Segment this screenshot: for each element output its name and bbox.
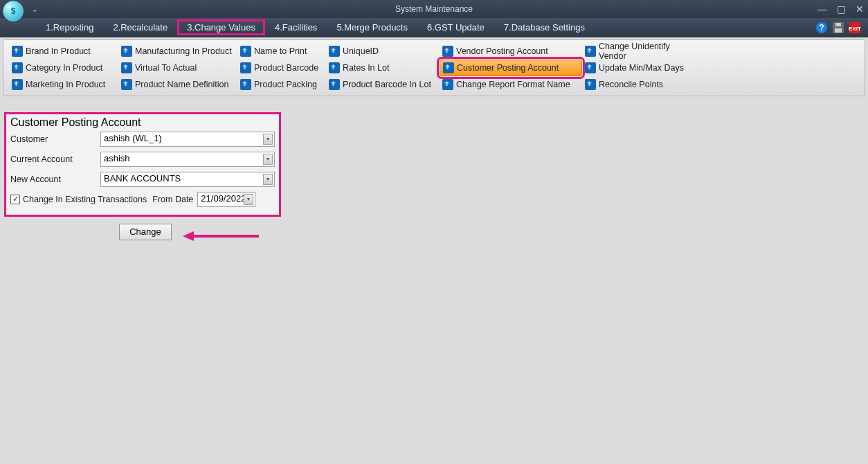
from-date-label: From Date (152, 195, 193, 204)
menu-gst-update[interactable]: 6.GST Update (417, 19, 494, 35)
ribbon-customer-posting-account[interactable]: Customer Posting Account (440, 60, 582, 76)
chevron-down-icon[interactable] (263, 154, 273, 165)
change-existing-checkbox[interactable]: ✓ (10, 195, 20, 204)
ribbon-product-name-definition[interactable]: Product Name Definition (118, 76, 237, 93)
ribbon-label: Product Barcode (254, 63, 318, 73)
panel-title: Customer Posting Account (10, 116, 275, 129)
from-date-value: 21/09/2022 (201, 193, 246, 204)
menu-recalculate[interactable]: 2.Recalculate (103, 19, 177, 35)
ribbon-category-in-product[interactable]: Category In Product (9, 60, 118, 76)
ribbon-icon (442, 79, 453, 90)
menu-change-values[interactable]: 3.Change Values (177, 19, 265, 35)
ribbon-product-barcode-in-lot[interactable]: Product Barcode In Lot (326, 76, 440, 93)
exit-icon[interactable]: EXIT (849, 21, 861, 34)
content-area: Customer Posting Account Customer ashish… (0, 98, 868, 244)
new-account-label: New Account (10, 175, 100, 184)
save-icon[interactable] (832, 21, 844, 34)
ribbon-label: Category In Product (26, 63, 102, 73)
ribbon-toolbar: Brand In Product Manufacturing In Produc… (3, 39, 865, 96)
ribbon-label: UniqueID (343, 46, 379, 56)
ribbon-label: Virtual To Actual (135, 63, 197, 73)
ribbon-manufacturing-in-product[interactable]: Manufacturing In Product (118, 43, 237, 60)
ribbon-virtual-to-actual[interactable]: Virtual To Actual (118, 60, 237, 76)
customer-label: Customer (10, 134, 100, 144)
ribbon-uniqueid[interactable]: UniqueID (326, 43, 440, 60)
menu-reposting[interactable]: 1.Reposting (36, 19, 103, 35)
svg-rect-3 (835, 28, 842, 33)
ribbon-icon (12, 79, 23, 90)
ribbon-rates-in-lot[interactable]: Rates In Lot (326, 60, 440, 76)
close-button[interactable]: ✕ (856, 3, 864, 15)
ribbon-label: Product Name Definition (135, 80, 228, 89)
current-account-select[interactable]: ashish (100, 152, 275, 167)
ribbon-change-report-format-name[interactable]: Change Report Format Name (440, 76, 582, 93)
customer-posting-account-panel: Customer Posting Account Customer ashish… (4, 112, 281, 217)
ribbon-label: Vendor Posting Account (456, 46, 548, 56)
new-account-value: BANK ACCOUNTS (104, 173, 181, 184)
ribbon-label: Product Packing (254, 80, 317, 89)
ribbon-label: Change Unidentify Vendor (599, 42, 698, 61)
menu-facilities[interactable]: 4.Facilities (265, 19, 327, 35)
chevron-down-icon[interactable] (263, 174, 273, 185)
ribbon-label: Name to Print (254, 46, 307, 56)
app-logo-icon: $ (3, 1, 24, 21)
ribbon-icon (585, 79, 596, 90)
ribbon-icon (121, 79, 132, 90)
ribbon-vendor-posting-account[interactable]: Vendor Posting Account (440, 43, 582, 60)
ribbon-reconcile-points[interactable]: Reconcile Points (582, 76, 701, 93)
menu-merge-products[interactable]: 5.Merge Products (327, 19, 417, 35)
quick-access-expand-icon[interactable]: ⌄ (32, 6, 37, 13)
ribbon-label: Brand In Product (26, 46, 91, 56)
ribbon-icon (12, 62, 23, 73)
ribbon-label: Product Barcode In Lot (343, 80, 431, 89)
minimize-button[interactable]: — (817, 3, 827, 15)
ribbon-icon (585, 62, 596, 73)
maximize-button[interactable]: ▢ (837, 3, 846, 15)
title-bar: $ ⌄ System Maintenance — ▢ ✕ (0, 0, 868, 18)
ribbon-icon (329, 46, 340, 57)
ribbon-update-min-max-days[interactable]: Update Min/Max Days (582, 60, 701, 76)
ribbon-icon (240, 79, 251, 90)
ribbon-label: Customer Posting Account (457, 63, 559, 73)
ribbon-label: Manufacturing In Product (135, 46, 232, 56)
menu-database-settings[interactable]: 7.Database Settings (494, 19, 595, 35)
ribbon-icon (442, 46, 453, 57)
ribbon-label: Rates In Lot (343, 63, 389, 73)
ribbon-product-barcode[interactable]: Product Barcode (237, 60, 326, 76)
ribbon-icon (329, 79, 340, 90)
svg-marker-8 (183, 231, 194, 241)
ribbon-icon (240, 62, 251, 73)
customer-value: ashish (WL_1) (104, 133, 162, 143)
customer-select[interactable]: ashish (WL_1) (100, 132, 275, 147)
ribbon-icon (329, 62, 340, 73)
menu-bar: 1.Reposting 2.Recalculate 3.Change Value… (0, 18, 868, 37)
ribbon-product-packing[interactable]: Product Packing (237, 76, 326, 93)
chevron-down-icon[interactable] (263, 134, 273, 145)
ribbon-icon (585, 46, 596, 57)
svg-rect-4 (835, 23, 841, 26)
ribbon-label: Reconcile Points (599, 80, 663, 89)
change-existing-label: Change In Existing Transactions (23, 195, 147, 204)
change-button[interactable]: Change (119, 224, 172, 240)
ribbon-marketing-in-product[interactable]: Marketing In Product (9, 76, 118, 93)
ribbon-label: Marketing In Product (26, 80, 105, 89)
help-icon[interactable]: ? (815, 21, 828, 34)
new-account-select[interactable]: BANK ACCOUNTS (100, 172, 275, 187)
ribbon-icon (121, 46, 132, 57)
window-title: System Maintenance (395, 4, 473, 14)
svg-text:?: ? (819, 23, 824, 33)
from-date-input[interactable]: 21/09/2022 (197, 192, 255, 207)
ribbon-icon (121, 62, 132, 73)
chevron-down-icon[interactable] (244, 194, 253, 205)
current-account-value: ashish (104, 153, 130, 163)
ribbon-icon (240, 46, 251, 57)
ribbon-brand-in-product[interactable]: Brand In Product (9, 43, 118, 60)
ribbon-label: Update Min/Max Days (599, 63, 684, 73)
annotation-arrow-icon (183, 229, 259, 246)
ribbon-name-to-print[interactable]: Name to Print (237, 43, 326, 60)
ribbon-label: Change Report Format Name (456, 80, 570, 89)
ribbon-change-unidentify-vendor[interactable]: Change Unidentify Vendor (582, 43, 701, 60)
current-account-label: Current Account (10, 154, 100, 164)
ribbon-icon (12, 46, 23, 57)
ribbon-icon (443, 62, 454, 73)
